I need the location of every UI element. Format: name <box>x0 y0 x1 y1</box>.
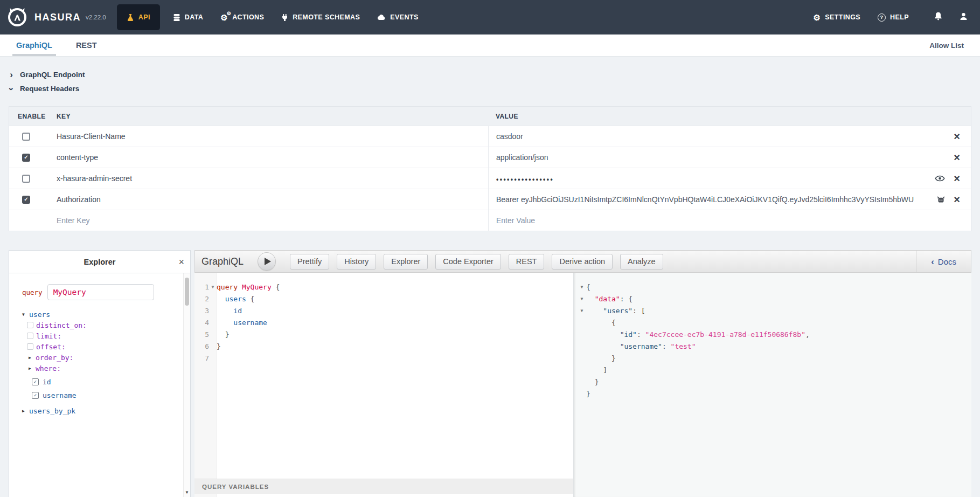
nav-item-api[interactable]: API <box>117 4 160 30</box>
bell-button[interactable] <box>934 11 943 23</box>
nav-item-remote-schemas[interactable]: REMOTE SCHEMAS <box>273 0 369 34</box>
graphiql-toolbar: GraphiQL PrettifyHistoryExplorerCode Exp… <box>194 250 971 273</box>
header-value: casdoor <box>496 132 954 141</box>
fold-gutter <box>578 341 586 353</box>
tree-arg-limit[interactable]: limit: <box>27 330 183 341</box>
query-editor[interactable]: 1▼query MyQuery {2 users {3 id4 username… <box>194 273 574 497</box>
argument-checkbox[interactable] <box>27 322 33 328</box>
column-key: KEY <box>48 113 488 120</box>
code-exporter-button[interactable]: Code Exporter <box>435 254 501 270</box>
check-icon: ✓ <box>34 379 37 384</box>
tree-field-users-by-pk[interactable]: ▶users_by_pk <box>22 405 183 417</box>
new-header-value-input[interactable] <box>496 216 825 225</box>
scrollbar-thumb[interactable] <box>185 278 189 306</box>
flask-icon <box>127 13 134 22</box>
field-checkbox[interactable]: ✓ <box>32 392 39 399</box>
remove-header-icon[interactable]: × <box>954 173 960 184</box>
new-header-key-input[interactable] <box>57 216 359 225</box>
tab-rest[interactable]: REST <box>76 34 97 56</box>
line-number: 2 <box>194 293 209 305</box>
derive-action-button[interactable]: Derive action <box>552 254 613 270</box>
column-value: VALUE <box>488 113 971 120</box>
remove-header-icon[interactable]: × <box>954 194 960 205</box>
rest-button[interactable]: REST <box>509 254 545 270</box>
table-row: ✓AuthorizationBearer eyJhbGciOiJSUzI1NiI… <box>9 189 971 210</box>
fold-arrow-icon[interactable]: ▼ <box>209 281 217 293</box>
enable-checkbox[interactable]: ✓ <box>22 196 30 204</box>
argument-label: offset: <box>36 343 66 351</box>
argument-checkbox[interactable] <box>27 333 33 339</box>
analyze-button[interactable]: Analyze <box>620 254 663 270</box>
explorer-body: query ▼usersdistinct_on:limit:offset:▶or… <box>9 273 183 497</box>
enable-checkbox[interactable]: ✓ <box>22 154 30 162</box>
eye-icon[interactable] <box>935 175 945 182</box>
fold-gutter <box>578 353 586 364</box>
request-headers-table: ENABLE KEY VALUE ✓Hasura-Client-Namecasd… <box>9 106 971 231</box>
explorer-title: Explorer <box>84 258 116 266</box>
tree-field-id[interactable]: ✓id <box>27 376 183 387</box>
hasura-logo-icon[interactable] <box>6 6 28 28</box>
enable-cell: ✓ <box>9 168 48 189</box>
argument-checkbox[interactable] <box>27 343 33 350</box>
toolbar-buttons: PrettifyHistoryExplorerCode ExporterREST… <box>290 254 671 270</box>
nav-item-data[interactable]: DATA <box>164 0 212 34</box>
close-icon[interactable]: × <box>178 257 184 267</box>
fold-arrow-icon[interactable]: ▼ <box>578 293 586 305</box>
enable-cell: ✓ <box>9 147 48 168</box>
help-icon: ? <box>878 13 886 22</box>
editor-line: 6} <box>194 341 573 353</box>
plug-icon <box>281 13 288 22</box>
fold-arrow-icon[interactable]: ▼ <box>578 281 586 293</box>
field-checkbox[interactable]: ✓ <box>32 378 39 385</box>
response-viewer: ▼{▼ "data": {▼ "users": [ { "id": "4ec7c… <box>574 273 971 497</box>
editor-line: 7 <box>194 353 573 364</box>
execute-query-button[interactable] <box>258 252 276 271</box>
query-variables-bar[interactable]: QUERY VARIABLES <box>194 479 573 494</box>
enable-checkbox[interactable]: ✓ <box>22 175 30 183</box>
expand-arrow-icon[interactable]: ▶ <box>29 355 36 360</box>
enable-checkbox[interactable]: ✓ <box>22 133 30 141</box>
graphql-endpoint-section[interactable]: › GraphQL Endpoint <box>9 68 85 81</box>
tree-arg-where[interactable]: ▶where: <box>27 363 183 374</box>
nav-item-events[interactable]: EVENTS <box>369 0 427 34</box>
field-children: distinct_on:limit:offset:▶order_by:▶wher… <box>27 320 183 401</box>
allow-list-link[interactable]: Allow List <box>929 42 964 50</box>
tree-arg-distinct-on[interactable]: distinct_on: <box>27 320 183 330</box>
request-headers-section[interactable]: › Request Headers <box>9 82 85 95</box>
expand-arrow-icon[interactable]: ▶ <box>22 409 29 413</box>
fold-arrow-icon[interactable]: ▼ <box>578 305 586 317</box>
editor-line: 4 username <box>194 317 573 329</box>
top-nav: HASURA v2.22.0 APIDATA⚙⚙ACTIONSREMOTE SC… <box>0 0 980 34</box>
history-button[interactable]: History <box>337 254 376 270</box>
nav-item-actions[interactable]: ⚙⚙ACTIONS <box>212 0 273 34</box>
argument-label: limit: <box>36 332 61 340</box>
nav-item-help[interactable]: ?HELP <box>869 0 918 34</box>
nav-item-settings[interactable]: ⚙SETTINGS <box>804 0 869 34</box>
fold-gutter <box>578 364 586 376</box>
jwt-decode-icon[interactable] <box>937 196 945 204</box>
docs-button[interactable]: ‹ Docs <box>916 251 971 272</box>
check-icon: ✓ <box>24 155 28 160</box>
remove-header-icon[interactable]: × <box>954 152 960 163</box>
line-number: 7 <box>194 353 209 364</box>
scrollbar-down-arrow-icon[interactable]: ▼ <box>185 490 189 495</box>
tree-arg-order-by[interactable]: ▶order_by: <box>27 352 183 363</box>
expand-arrow-icon[interactable]: ▶ <box>29 366 36 371</box>
field-label: users <box>29 310 50 319</box>
tab-graphiql[interactable]: GraphiQL <box>16 34 52 56</box>
prettify-button[interactable]: Prettify <box>290 254 329 270</box>
remove-header-icon[interactable]: × <box>954 131 960 142</box>
tree-field-users[interactable]: ▼users <box>22 309 183 320</box>
explorer-scrollbar[interactable]: ▼ <box>183 273 190 497</box>
tree-field-username[interactable]: ✓username <box>27 390 183 401</box>
field-label: users_by_pk <box>29 407 75 415</box>
query-name-input[interactable] <box>47 284 154 300</box>
collapse-arrow-icon[interactable]: ▼ <box>22 312 29 317</box>
tree-arg-offset[interactable]: offset: <box>27 341 183 352</box>
row-actions: × <box>937 194 965 205</box>
explorer-button[interactable]: Explorer <box>384 254 428 270</box>
query-editor-code[interactable]: 1▼query MyQuery {2 users {3 id4 username… <box>194 273 573 364</box>
header-value: application/json <box>496 153 954 162</box>
user-avatar-button[interactable] <box>959 12 968 23</box>
response-line: } <box>578 388 971 400</box>
